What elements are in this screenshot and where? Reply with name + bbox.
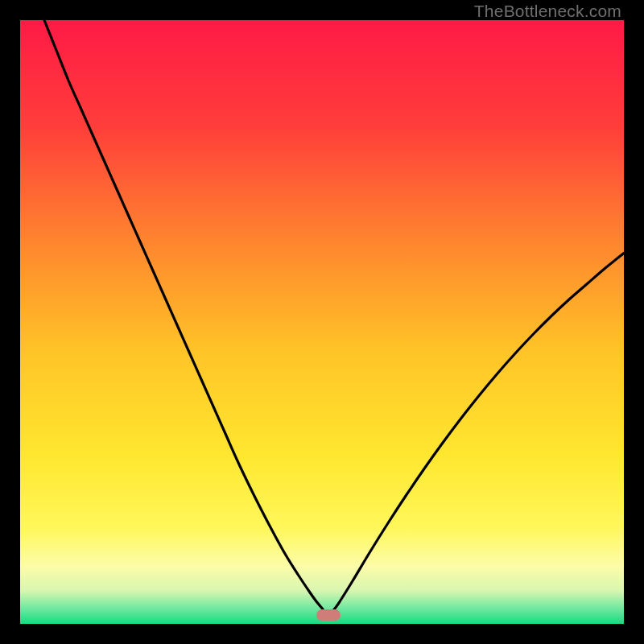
plot-area bbox=[20, 20, 624, 624]
watermark-text: TheBottleneck.com bbox=[474, 2, 621, 21]
optimal-point-marker bbox=[316, 609, 341, 621]
chart-frame: TheBottleneck.com bbox=[0, 0, 644, 644]
bottleneck-curve bbox=[20, 20, 624, 624]
